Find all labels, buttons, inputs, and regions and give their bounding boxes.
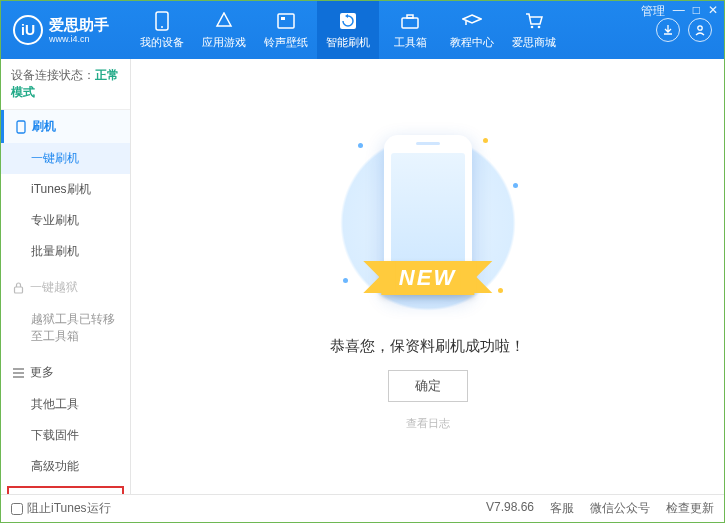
download-button[interactable]	[656, 18, 680, 42]
nav-ringtone[interactable]: 铃声壁纸	[255, 1, 317, 59]
nav-label: 爱思商城	[512, 35, 556, 50]
svg-rect-10	[17, 121, 25, 133]
nav-label: 铃声壁纸	[264, 35, 308, 50]
nav-tutorial[interactable]: 教程中心	[441, 1, 503, 59]
grad-cap-icon	[462, 11, 482, 31]
nav-apps[interactable]: 应用游戏	[193, 1, 255, 59]
svg-point-1	[161, 26, 163, 28]
status-label: 设备连接状态：	[11, 68, 95, 82]
svg-rect-5	[402, 18, 418, 28]
version-label: V7.98.66	[486, 500, 534, 517]
wallpaper-icon	[276, 11, 296, 31]
section-flash[interactable]: 刷机	[1, 110, 130, 143]
brand-logo-icon: iU	[13, 15, 43, 45]
close-button[interactable]: ✕	[708, 3, 718, 20]
svg-point-9	[698, 26, 702, 30]
section-title: 更多	[30, 364, 54, 381]
sidebar-item-itunes[interactable]: iTunes刷机	[1, 174, 130, 205]
skin-button[interactable]: 管理	[641, 3, 665, 20]
success-message: 恭喜您，保资料刷机成功啦！	[330, 337, 525, 356]
view-log-link[interactable]: 查看日志	[406, 416, 450, 431]
toolbox-icon	[400, 11, 420, 31]
sidebar-item-batch[interactable]: 批量刷机	[1, 236, 130, 267]
top-nav: 我的设备 应用游戏 铃声壁纸 智能刷机 工具箱 教程中心 爱思商城	[131, 1, 656, 59]
apps-icon	[214, 11, 234, 31]
svg-point-7	[531, 25, 534, 28]
ok-button[interactable]: 确定	[388, 370, 468, 402]
checkbox-label: 阻止iTunes运行	[27, 500, 111, 517]
nav-store[interactable]: 爱思商城	[503, 1, 565, 59]
sidebar: 设备连接状态：正常模式 刷机 一键刷机 iTunes刷机 专业刷机 批量刷机 一…	[1, 59, 131, 494]
cart-icon	[524, 11, 544, 31]
section-jailbreak[interactable]: 一键越狱	[1, 271, 130, 304]
window-controls: 管理 — □ ✕	[641, 3, 718, 20]
new-ribbon: NEW	[381, 261, 474, 295]
nav-label: 我的设备	[140, 35, 184, 50]
jailbreak-note: 越狱工具已转移至工具箱	[1, 304, 130, 352]
title-bar: iU 爱思助手 www.i4.cn 我的设备 应用游戏 铃声壁纸 智能刷机 工具…	[1, 1, 724, 59]
brand-url: www.i4.cn	[49, 34, 109, 45]
section-title: 刷机	[32, 118, 56, 135]
link-update[interactable]: 检查更新	[666, 500, 714, 517]
section-title: 一键越狱	[30, 279, 78, 296]
checkbox-block-itunes[interactable]: 阻止iTunes运行	[11, 500, 111, 517]
app-window: iU 爱思助手 www.i4.cn 我的设备 应用游戏 铃声壁纸 智能刷机 工具…	[0, 0, 725, 523]
brand-name: 爱思助手	[49, 16, 109, 34]
body: 设备连接状态：正常模式 刷机 一键刷机 iTunes刷机 专业刷机 批量刷机 一…	[1, 59, 724, 494]
user-button[interactable]	[688, 18, 712, 42]
nav-label: 智能刷机	[326, 35, 370, 50]
maximize-button[interactable]: □	[693, 3, 700, 20]
link-wechat[interactable]: 微信公众号	[590, 500, 650, 517]
section-more[interactable]: 更多	[1, 356, 130, 389]
phone-icon	[152, 11, 172, 31]
options-highlighted: 自动激活 跳过向导	[7, 486, 124, 494]
nav-label: 工具箱	[394, 35, 427, 50]
minimize-button[interactable]: —	[673, 3, 685, 20]
nav-label: 应用游戏	[202, 35, 246, 50]
nav-label: 教程中心	[450, 35, 494, 50]
sidebar-item-pro[interactable]: 专业刷机	[1, 205, 130, 236]
brand: iU 爱思助手 www.i4.cn	[1, 1, 131, 59]
status-bar: 阻止iTunes运行 V7.98.66 客服 微信公众号 检查更新	[1, 494, 724, 522]
sidebar-item-oneclick[interactable]: 一键刷机	[1, 143, 130, 174]
svg-rect-6	[407, 15, 413, 18]
nav-toolbox[interactable]: 工具箱	[379, 1, 441, 59]
svg-point-8	[538, 25, 541, 28]
refresh-icon	[338, 11, 358, 31]
svg-rect-11	[15, 287, 23, 293]
connection-status: 设备连接状态：正常模式	[1, 59, 130, 110]
svg-rect-3	[281, 17, 285, 20]
sidebar-item-other[interactable]: 其他工具	[1, 389, 130, 420]
main-content: NEW 恭喜您，保资料刷机成功啦！ 确定 查看日志	[131, 59, 724, 494]
link-support[interactable]: 客服	[550, 500, 574, 517]
checkbox-input[interactable]	[11, 503, 23, 515]
sidebar-item-firmware[interactable]: 下载固件	[1, 420, 130, 451]
sidebar-item-advanced[interactable]: 高级功能	[1, 451, 130, 482]
menu-icon	[13, 368, 24, 378]
phone-small-icon	[16, 120, 26, 134]
nav-my-device[interactable]: 我的设备	[131, 1, 193, 59]
lock-icon	[13, 282, 24, 294]
success-illustration: NEW	[328, 123, 528, 323]
svg-rect-2	[278, 14, 294, 28]
nav-flash[interactable]: 智能刷机	[317, 1, 379, 59]
